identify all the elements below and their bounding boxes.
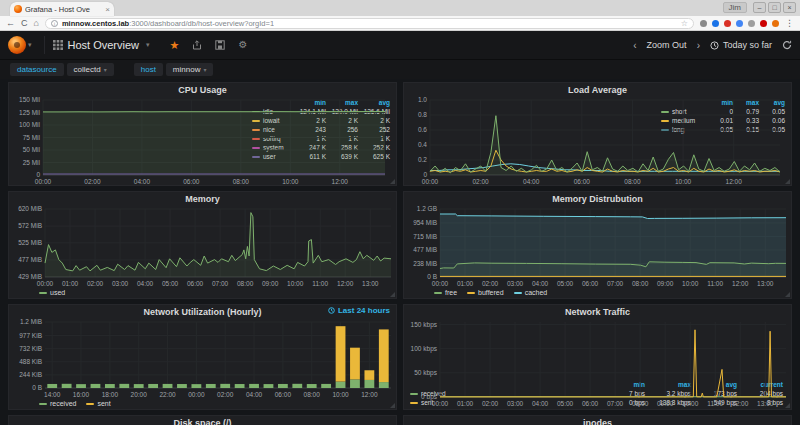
svg-text:00:00: 00:00: [188, 391, 205, 398]
variable-label-host: host: [134, 63, 163, 76]
home-icon[interactable]: ⌂: [34, 19, 39, 28]
legend-series-sent[interactable]: sent: [86, 400, 110, 407]
time-range-picker[interactable]: Today so far: [710, 40, 772, 50]
dashboard-grid: CPU Usage 00:0002:0004:0006:0008:0010:00…: [0, 79, 800, 425]
url-bar[interactable]: i minnow.centos.lab:3000/dashboard/db/ho…: [45, 18, 694, 29]
extension-icon[interactable]: [724, 20, 731, 27]
save-icon[interactable]: [215, 40, 225, 50]
svg-text:04:00: 04:00: [523, 178, 540, 185]
svg-text:150 kbps: 150 kbps: [411, 321, 438, 329]
panel-time-override[interactable]: Last 24 hours: [328, 306, 390, 315]
legend-series-used[interactable]: used: [39, 289, 65, 296]
svg-text:244 KiB: 244 KiB: [19, 371, 42, 378]
memory-graph[interactable]: 00:0001:0002:0003:0004:0005:0006:0007:00…: [9, 205, 396, 287]
back-icon[interactable]: ←: [6, 19, 15, 28]
series-label: free: [445, 289, 457, 296]
panel-title[interactable]: inodes: [583, 418, 612, 425]
page-info-icon[interactable]: i: [51, 20, 58, 27]
svg-text:732 KiB: 732 KiB: [19, 345, 42, 352]
legend-series-received[interactable]: received: [39, 400, 76, 407]
svg-text:477 MiB: 477 MiB: [18, 256, 42, 263]
grafana-menu-caret-icon[interactable]: ▾: [28, 41, 32, 49]
share-icon[interactable]: [192, 40, 202, 50]
chevron-down-icon: ▾: [104, 66, 107, 73]
window-close-button[interactable]: ×: [783, 2, 796, 13]
browser-tab[interactable]: Grafana - Host Ove ×: [10, 2, 114, 16]
svg-text:620 MiB: 620 MiB: [18, 205, 42, 212]
series-label: cached: [525, 289, 548, 296]
svg-text:1.0: 1.0: [418, 96, 427, 103]
svg-text:22:00: 22:00: [159, 391, 176, 398]
svg-text:10:00: 10:00: [682, 400, 699, 407]
svg-text:02:00: 02:00: [482, 400, 499, 407]
svg-text:04:00: 04:00: [532, 280, 549, 287]
network-traffic-graph[interactable]: 00:0001:0002:0003:0004:0005:0006:0007:00…: [404, 318, 791, 380]
svg-text:04:00: 04:00: [134, 178, 151, 185]
zoom-out-button[interactable]: Zoom Out: [647, 40, 687, 50]
panel-title[interactable]: CPU Usage: [178, 85, 227, 95]
svg-text:06:00: 06:00: [183, 178, 200, 185]
svg-text:00:00: 00:00: [37, 280, 54, 287]
variable-value-datasource[interactable]: collectd▾: [67, 63, 114, 76]
svg-text:0.4: 0.4: [418, 141, 427, 148]
svg-text:09:00: 09:00: [262, 280, 279, 287]
dashboard-title[interactable]: Host Overview: [68, 39, 140, 51]
legend-series-buffered[interactable]: buffered: [467, 289, 504, 296]
time-shift-left-icon[interactable]: ‹: [633, 40, 636, 51]
extension-icon[interactable]: [712, 20, 719, 27]
favorite-star-icon[interactable]: ★: [170, 40, 180, 51]
svg-text:0 B: 0 B: [32, 384, 42, 391]
svg-text:11:00: 11:00: [707, 400, 723, 407]
svg-text:05:00: 05:00: [557, 400, 574, 407]
browser-toolbar: ← C ⌂ i minnow.centos.lab:3000/dashboard…: [0, 16, 800, 31]
browser-menu-icon[interactable]: ⋮: [785, 19, 794, 28]
time-shift-right-icon[interactable]: ›: [697, 40, 700, 51]
extension-icon[interactable]: [760, 20, 767, 27]
legend-series-free[interactable]: free: [434, 289, 457, 296]
svg-text:429 MiB: 429 MiB: [18, 273, 42, 280]
panel-disk-space: Disk space (/) 1.00 B: [8, 415, 397, 425]
svg-text:01:00: 01:00: [62, 280, 79, 287]
tab-close-icon[interactable]: ×: [105, 5, 110, 14]
refresh-icon[interactable]: [782, 40, 792, 50]
svg-text:100 Mil: 100 Mil: [19, 121, 41, 128]
dashboard-caret-icon: ▾: [146, 41, 150, 49]
memory-distribution-graph[interactable]: 00:0001:0002:0003:0004:0005:0006:0007:00…: [404, 205, 791, 287]
svg-text:488 KiB: 488 KiB: [19, 358, 42, 365]
svg-text:07:00: 07:00: [607, 400, 624, 407]
window-maximize-button[interactable]: □: [768, 2, 781, 13]
legend-series-cached[interactable]: cached: [514, 289, 548, 296]
dashboard-picker[interactable]: Host Overview ▾: [53, 39, 154, 51]
panel-title[interactable]: Disk space (/): [173, 418, 231, 425]
svg-text:06:00: 06:00: [582, 280, 599, 287]
window-minimize-button[interactable]: –: [753, 2, 766, 13]
series-color-swatch-icon: [467, 292, 475, 294]
load-average-graph[interactable]: 00:0002:0004:0006:0008:0010:0012:0000.20…: [404, 96, 661, 185]
panel-title[interactable]: Load Average: [568, 85, 627, 95]
extension-icon[interactable]: [736, 20, 743, 27]
bookmark-star-icon[interactable]: ☆: [681, 19, 688, 28]
extension-icon[interactable]: [772, 20, 779, 27]
variable-value-host[interactable]: minnow▾: [166, 63, 214, 76]
extension-icon[interactable]: [748, 20, 755, 27]
grafana-logo-icon[interactable]: [8, 36, 26, 54]
extension-icon[interactable]: [700, 20, 707, 27]
dashboard-grid-icon: [53, 40, 63, 50]
svg-text:02:00: 02:00: [217, 391, 234, 398]
cpu-usage-graph[interactable]: 00:0002:0004:0006:0008:0010:0012:00025 M…: [9, 96, 252, 185]
svg-text:125 Mil: 125 Mil: [19, 109, 41, 116]
svg-text:06:00: 06:00: [582, 400, 599, 407]
series-color-swatch-icon: [39, 403, 47, 405]
network-utilization-graph[interactable]: 14:0016:0018:0020:0022:0000:0002:0004:00…: [9, 318, 396, 398]
svg-text:11:00: 11:00: [707, 280, 723, 287]
settings-gear-icon[interactable]: ⚙: [238, 40, 247, 50]
panel-title[interactable]: Memory: [185, 194, 220, 204]
panel-title[interactable]: Network Utilization (Hourly): [143, 307, 261, 317]
panel-title[interactable]: Network Traffic: [565, 307, 630, 317]
series-color-swatch-icon: [39, 292, 47, 294]
svg-text:10:00: 10:00: [282, 178, 299, 185]
reload-icon[interactable]: C: [21, 19, 28, 28]
panel-memory-distribution: Memory Distrubution 00:0001:0002:0003:00…: [403, 191, 792, 299]
svg-text:14:00: 14:00: [44, 391, 61, 398]
panel-title[interactable]: Memory Distrubution: [552, 194, 643, 204]
